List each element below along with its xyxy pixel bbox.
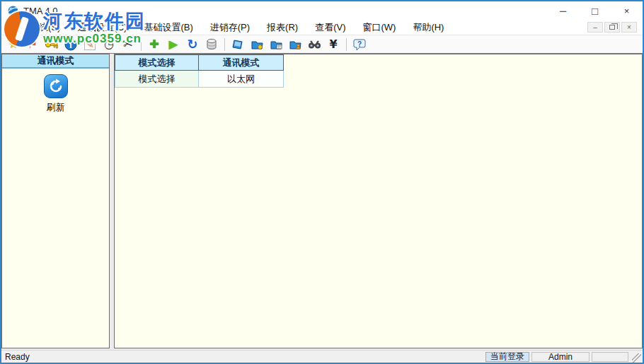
status-current-user: Admin (531, 352, 590, 362)
toolbar-separator (346, 38, 347, 51)
column-header-mode-select[interactable]: 模式选择 (115, 55, 199, 71)
app-window: TMA 4.0 ─ □ × 系统(S) 通讯设置(C) 基础设置(B) 进销存(… (0, 0, 644, 364)
mdi-window-controls: – × (587, 22, 643, 33)
window-controls: ─ □ × (547, 1, 643, 20)
menu-system[interactable]: 系统(S) (21, 20, 69, 35)
key-tool-button[interactable] (42, 37, 61, 52)
add-icon: ✚ (149, 39, 159, 50)
mdi-close-button[interactable]: × (621, 22, 637, 33)
yen-icon: ¥ (329, 39, 337, 50)
svg-text:?: ? (357, 40, 362, 48)
titlebar: TMA 4.0 ─ □ × (1, 1, 643, 20)
status-empty-cell (592, 352, 628, 362)
status-login-label: 当前登录 (485, 352, 529, 362)
star-icon: ★ (8, 39, 18, 50)
clock-tool-button[interactable]: ◷ (100, 37, 118, 52)
refresh-shortcut-label: 刷新 (47, 101, 65, 114)
binoculars-icon (308, 39, 321, 49)
key-icon (45, 40, 59, 49)
menu-help[interactable]: 帮助(H) (404, 20, 452, 35)
app-icon (7, 5, 19, 17)
help-tool-button[interactable]: ? (350, 37, 369, 52)
edit-note-icon: ✎ (84, 39, 96, 50)
refresh-tool-button[interactable]: ↻ (183, 37, 202, 52)
status-ready-text: Ready (1, 352, 485, 362)
maximize-button[interactable]: □ (579, 1, 611, 20)
folder-schedule-icon (270, 39, 283, 50)
sidebar-header: 通讯模式 (2, 54, 109, 69)
content-area: 通讯模式 刷新 (1, 54, 643, 350)
scissors-icon: ✂ (123, 39, 132, 50)
sidebar-panel: 通讯模式 刷新 (1, 54, 110, 348)
menu-comm-settings[interactable]: 通讯设置(C) (69, 20, 135, 35)
folder-documents-tool-button[interactable] (229, 37, 247, 52)
column-header-comm-mode[interactable]: 通讯模式 (199, 55, 284, 71)
mdi-restore-button[interactable] (604, 22, 620, 33)
folder-users-tool-button[interactable] (286, 37, 304, 52)
folder-users-icon (289, 39, 302, 50)
flag-tool-button[interactable]: ⚑ (23, 37, 42, 52)
menu-reports[interactable]: 报表(R) (258, 20, 306, 35)
menu-inventory[interactable]: 进销存(P) (202, 20, 258, 35)
edit-note-tool-button[interactable]: ✎ (81, 37, 99, 52)
flag-icon: ⚑ (28, 39, 38, 50)
cell-mode-select[interactable]: 模式选择 (115, 71, 199, 88)
add-tool-button[interactable]: ✚ (145, 37, 163, 52)
restore-icon (609, 25, 615, 30)
folder-lock-icon (251, 39, 264, 50)
main-panel: 模式选择 通讯模式 模式选择 以太网 (114, 54, 643, 348)
help-icon: ? (353, 38, 366, 50)
minimize-button[interactable]: ─ (547, 1, 579, 20)
play-icon: ▶ (169, 39, 178, 50)
refresh-shortcut[interactable]: 刷新 (44, 74, 68, 114)
refresh-icon: ↻ (187, 38, 197, 51)
search-tool-button[interactable] (305, 37, 323, 52)
toolbar-separator (141, 38, 142, 51)
folder-documents-icon (231, 39, 245, 50)
refresh-big-icon (44, 74, 68, 98)
mdi-minimize-button[interactable]: – (587, 22, 603, 33)
toolbar: ★ ⚑ i ✎ (1, 35, 643, 54)
star-tool-button[interactable]: ★ (4, 37, 23, 52)
folder-lock-tool-button[interactable] (248, 37, 266, 52)
database-tool-button[interactable] (202, 37, 221, 52)
statusbar: Ready 当前登录 Admin (1, 350, 643, 363)
table-row: 模式选择 以太网 (115, 71, 284, 88)
run-tool-button[interactable]: ▶ (164, 37, 183, 52)
comm-mode-table: 模式选择 通讯模式 模式选择 以太网 (115, 54, 284, 88)
info-icon: i (64, 38, 77, 51)
toolbar-separator (224, 38, 225, 51)
clock-icon: ◷ (104, 39, 114, 50)
menu-view[interactable]: 查看(V) (306, 20, 354, 35)
resize-grip-icon[interactable] (632, 353, 641, 363)
table-header-row: 模式选择 通讯模式 (115, 55, 284, 71)
window-title: TMA 4.0 (23, 6, 57, 16)
close-button[interactable]: × (611, 1, 643, 20)
folder-schedule-tool-button[interactable] (267, 37, 285, 52)
database-icon (206, 38, 217, 50)
info-tool-button[interactable]: i (62, 37, 80, 52)
menu-window[interactable]: 窗口(W) (354, 20, 404, 35)
menubar: 系统(S) 通讯设置(C) 基础设置(B) 进销存(P) 报表(R) 查看(V)… (1, 20, 643, 35)
money-tool-button[interactable]: ¥ (324, 37, 343, 52)
sidebar-body: 刷新 (2, 69, 109, 348)
cut-tool-button[interactable]: ✂ (119, 37, 137, 52)
menu-basic-settings[interactable]: 基础设置(B) (135, 20, 201, 35)
cell-comm-mode-value[interactable]: 以太网 (199, 71, 284, 88)
